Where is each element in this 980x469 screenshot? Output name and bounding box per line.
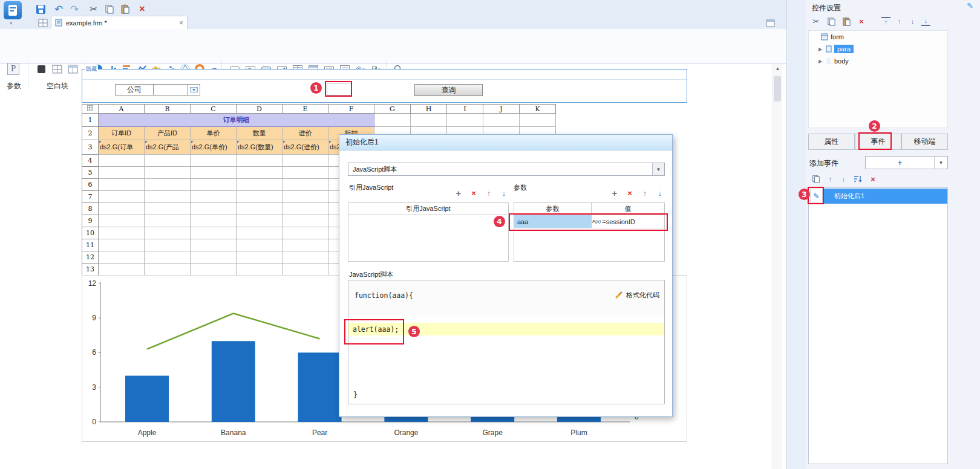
cell[interactable] (283, 179, 328, 191)
js-code-editor[interactable]: function(aaa){ 格式化代码 alert(aaa); } (348, 280, 665, 404)
row-header[interactable]: 12 (82, 251, 99, 264)
col-header[interactable]: F (328, 105, 374, 114)
cell[interactable] (237, 239, 283, 251)
tab-properties[interactable]: 属性 (808, 134, 855, 150)
add-ref-icon[interactable]: + (453, 188, 464, 198)
cell[interactable]: ds2.G(数量) (237, 140, 283, 155)
cell[interactable] (237, 191, 283, 203)
params-table[interactable]: 参数 值 aaa F(x) =sessionID (514, 202, 665, 262)
cell[interactable] (283, 239, 328, 251)
expand-icon[interactable]: ▶ (818, 59, 823, 64)
param-move-down-icon[interactable]: ↓ (655, 188, 665, 198)
delete-icon[interactable]: × (856, 16, 867, 27)
tree-item-form[interactable]: form (809, 31, 947, 43)
app-logo-icon[interactable] (4, 1, 22, 19)
chevron-down-icon[interactable]: ▼ (934, 157, 947, 169)
event-move-down-icon[interactable]: ↓ (839, 175, 848, 184)
move-up-icon[interactable]: ↑ (895, 17, 904, 26)
tabular-block-icon[interactable] (51, 63, 63, 75)
move-top-icon[interactable]: ↑ (881, 17, 890, 26)
plus-icon[interactable]: + (866, 157, 934, 169)
cell[interactable] (283, 215, 328, 227)
cell[interactable]: 订单ID (99, 127, 145, 140)
tab-mobile[interactable]: 移动端 (901, 134, 948, 150)
panel-edit-icon[interactable]: ✎ (967, 1, 973, 10)
cell[interactable] (99, 264, 145, 276)
select-chevron-icon[interactable]: ▼ (652, 163, 664, 175)
event-list-item[interactable]: 初始化后1 (823, 189, 947, 204)
script-type-select[interactable]: JavaScript脚本 ▼ (348, 163, 665, 176)
paste-icon[interactable] (841, 16, 852, 27)
row-header[interactable]: 10 (82, 227, 99, 239)
cell[interactable] (237, 179, 283, 191)
cell[interactable] (145, 215, 191, 227)
target-textbox-widget[interactable] (327, 83, 352, 95)
cell[interactable]: ds2.G(进价) (283, 140, 328, 155)
row-header[interactable]: 6 (82, 179, 99, 191)
cut-icon[interactable]: ✂ (87, 2, 100, 16)
window-layout-icon[interactable] (763, 16, 777, 30)
move-bottom-icon[interactable]: ↓ (921, 17, 930, 26)
cell[interactable] (145, 179, 191, 191)
save-icon[interactable] (34, 2, 47, 16)
cell[interactable] (145, 264, 191, 276)
cell[interactable] (374, 114, 411, 127)
row-header[interactable]: 7 (82, 191, 99, 203)
delete-param-icon[interactable]: × (624, 188, 635, 198)
cell[interactable] (237, 215, 283, 227)
query-button[interactable]: 查询 (414, 84, 483, 96)
scroll-up-icon[interactable]: ▲ (773, 64, 782, 71)
ref-move-down-icon[interactable]: ↓ (498, 188, 509, 198)
chart-block-icon[interactable] (67, 63, 79, 75)
cell[interactable] (447, 114, 483, 127)
cell-order-title[interactable]: 订单明细 (99, 114, 374, 127)
file-menu-caret-icon[interactable]: ▾ (10, 21, 12, 26)
cell[interactable] (237, 227, 283, 239)
row-header[interactable]: 8 (82, 203, 99, 215)
copy-icon[interactable] (103, 2, 116, 16)
event-move-up-icon[interactable]: ↑ (826, 175, 835, 184)
undo-icon[interactable]: ↶ (52, 2, 65, 16)
cell[interactable] (283, 155, 328, 167)
cell[interactable] (99, 203, 145, 215)
edit-event-pencil-icon[interactable]: ✎ (810, 189, 823, 203)
cell[interactable]: ds2.G(单价) (191, 140, 237, 155)
cell[interactable] (145, 203, 191, 215)
row-header[interactable]: 11 (82, 239, 99, 251)
cell[interactable] (191, 167, 237, 179)
param-row[interactable]: aaa F(x) =sessionID (514, 215, 664, 228)
company-label-widget[interactable]: 公司 (115, 84, 154, 95)
tab-close-icon[interactable]: × (179, 19, 183, 27)
cut-icon[interactable]: ✂ (811, 16, 822, 27)
report-block-icon[interactable] (35, 63, 47, 75)
copy-icon[interactable] (826, 16, 837, 27)
cell[interactable] (411, 114, 447, 127)
tree-item-para[interactable]: ▶ para (809, 43, 947, 55)
cell[interactable] (99, 215, 145, 227)
param-value-text[interactable]: =sessionID (602, 218, 635, 225)
cell[interactable] (99, 191, 145, 203)
select-all-corner[interactable] (82, 105, 99, 114)
row-header[interactable]: 4 (82, 155, 99, 167)
row-header[interactable]: 9 (82, 215, 99, 227)
cell[interactable]: ds2.G(订单 (99, 140, 145, 155)
cell[interactable] (145, 167, 191, 179)
cell[interactable] (145, 227, 191, 239)
cell[interactable]: ds2.G(产品 (145, 140, 191, 155)
cell[interactable] (237, 155, 283, 167)
cell[interactable]: 产品ID (145, 127, 191, 140)
col-header[interactable]: I (447, 105, 483, 114)
code-current-line[interactable]: alert(aaa); (348, 323, 664, 335)
add-event-dropdown[interactable]: + ▼ (865, 156, 948, 169)
paste-icon[interactable] (119, 2, 132, 16)
col-header[interactable]: K (520, 105, 556, 114)
tab-events[interactable]: 事件 (855, 134, 901, 150)
cell[interactable] (191, 264, 237, 276)
cell[interactable] (191, 215, 237, 227)
param-value-cell[interactable]: F(x) =sessionID (592, 215, 664, 228)
col-header[interactable]: E (283, 105, 328, 114)
cell[interactable] (283, 191, 328, 203)
copy-event-icon[interactable] (811, 173, 822, 184)
row-header[interactable]: 13 (82, 264, 99, 276)
cell[interactable] (145, 155, 191, 167)
